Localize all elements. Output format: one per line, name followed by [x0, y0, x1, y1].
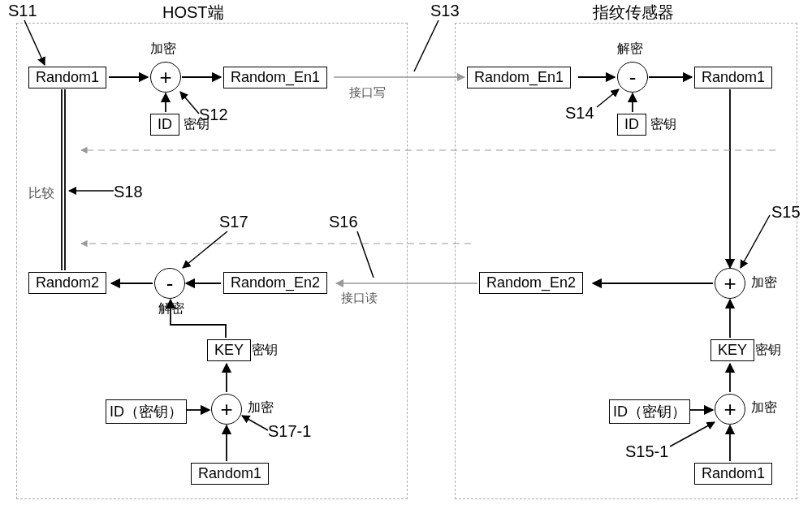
- op-decrypt-sensor: -: [617, 62, 648, 93]
- lbl-key-idsensor: 密钥: [650, 116, 676, 133]
- lbl-key-sensor: 密钥: [755, 342, 781, 359]
- lbl-encrypt-host: 加密: [150, 41, 176, 58]
- step-s13: S13: [430, 2, 460, 20]
- lbl-decrypt-sensor: 解密: [617, 41, 643, 58]
- lbl-compare: 比较: [28, 185, 54, 202]
- step-s12: S12: [199, 106, 228, 124]
- random1-host: Random1: [28, 67, 106, 88]
- step-s11: S11: [8, 2, 37, 20]
- step-s17-1: S17-1: [268, 422, 311, 441]
- random-en1-host: Random_En1: [223, 67, 327, 88]
- lbl-encrypt-host2: 加密: [248, 399, 274, 416]
- random2: Random2: [28, 272, 106, 294]
- lbl-if-read: 接口读: [341, 291, 378, 306]
- step-s14: S14: [565, 104, 594, 123]
- random-en1-sensor: Random_En1: [467, 67, 571, 88]
- op-decrypt-host: -: [154, 268, 185, 299]
- id-paren-host: ID（密钥）: [106, 399, 187, 424]
- step-s15-1: S15-1: [625, 442, 668, 461]
- op-encrypt-host2: +: [211, 394, 242, 425]
- lbl-key-host: 密钥: [252, 342, 278, 359]
- lbl-decrypt-host: 解密: [158, 300, 184, 317]
- random-en2-sensor: Random_En2: [479, 272, 583, 294]
- random1-host2: Random1: [191, 463, 269, 485]
- sensor-zone: [455, 23, 797, 499]
- op-encrypt-sensor: +: [715, 268, 745, 299]
- sensor-title: 指纹传感器: [593, 2, 674, 24]
- key-host: KEY: [207, 339, 251, 361]
- random1-sensor2: Random1: [694, 463, 772, 485]
- random1-sensor: Random1: [694, 67, 772, 88]
- host-title: HOST端: [162, 2, 224, 24]
- id-sensor: ID: [617, 114, 646, 136]
- random-en2-host: Random_En2: [223, 272, 327, 294]
- lbl-encrypt-sensor: 加密: [751, 274, 777, 291]
- id-host: ID: [150, 114, 179, 136]
- step-s18: S18: [114, 183, 143, 201]
- svg-line-24: [414, 20, 438, 71]
- id-paren-sensor: ID（密钥）: [609, 399, 690, 424]
- step-s17: S17: [219, 213, 248, 231]
- step-s15: S15: [771, 203, 801, 222]
- op-encrypt-host: +: [150, 62, 181, 93]
- key-sensor: KEY: [710, 339, 754, 361]
- step-s16: S16: [329, 213, 358, 231]
- lbl-if-write: 接口写: [349, 85, 386, 101]
- op-encrypt-sensor2: +: [715, 394, 745, 425]
- lbl-encrypt-sensor2: 加密: [751, 399, 777, 416]
